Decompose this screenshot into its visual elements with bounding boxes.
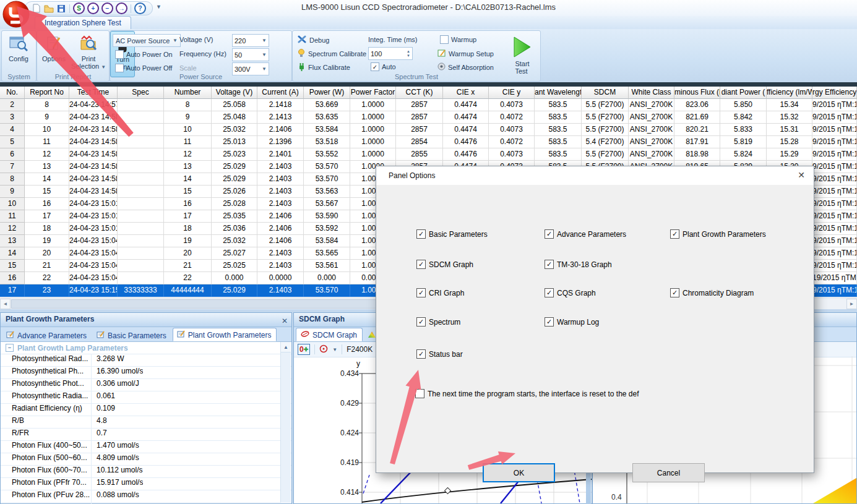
- vertical-scrollbar[interactable]: ▲: [280, 342, 291, 503]
- table-cell: 24-04-23 14:58:: [69, 161, 118, 173]
- bin-selector-value[interactable]: F2400K: [347, 345, 373, 354]
- tab-sdcm-graph[interactable]: SDCM Graph: [296, 328, 363, 341]
- ok-button[interactable]: OK: [483, 463, 555, 482]
- flux-calibrate-button[interactable]: Flux Calibrate: [298, 62, 350, 72]
- column-header-7[interactable]: Power (W): [304, 87, 350, 99]
- checkbox-cri-graph[interactable]: ✓CRI Graph: [416, 288, 464, 297]
- help-icon[interactable]: ?: [134, 2, 146, 14]
- parameter-row[interactable]: Photon Flux (PFfr 70...15.917 umol/s: [1, 478, 291, 490]
- add-marker-icon[interactable]: 0✚: [298, 344, 310, 355]
- parameter-row[interactable]: Photosynthetic Radia...0.061: [1, 391, 291, 404]
- parameter-row[interactable]: Photosynthetical Ph...16.390 umol/s: [1, 367, 291, 379]
- parameter-row[interactable]: Photon Flux (PFuv 28...0.088 umol/s: [1, 490, 291, 503]
- scroll-up-icon[interactable]: ▲: [281, 342, 291, 352]
- column-header-6[interactable]: Current (A): [257, 87, 304, 99]
- column-header-15[interactable]: minous Flux (l: [674, 87, 720, 99]
- record-first-icon[interactable]: S: [73, 2, 85, 14]
- warmup-setup-button[interactable]: Warmup Setup: [437, 49, 494, 58]
- parameter-row[interactable]: Photon Flux (500~60...4.809 umol/s: [1, 453, 291, 466]
- close-panel-icon[interactable]: ✕: [282, 315, 288, 328]
- frequency-combobox[interactable]: 50▼: [232, 48, 269, 61]
- parameter-row[interactable]: Photosynthetical Rad...3.268 W: [1, 354, 291, 367]
- auto-power-on-checkbox[interactable]: Auto Power On: [115, 50, 173, 59]
- print-selection-button[interactable]: PrintSelection ▼: [71, 32, 106, 70]
- table-row-3[interactable]: 3924-04-23 14:58:925.0482.141353.6351.00…: [0, 111, 857, 124]
- tab-advance-parameters[interactable]: Advance Parameters: [2, 329, 92, 341]
- table-row-4[interactable]: 41024-04-23 14:58:1025.0322.140653.5841.…: [0, 124, 857, 136]
- parameter-row[interactable]: R/B4.8: [1, 416, 291, 429]
- self-absorption-button[interactable]: Self Absorption: [437, 62, 494, 72]
- config-button[interactable]: Config: [4, 32, 33, 62]
- column-header-17[interactable]: fficiency (lm/W: [767, 87, 812, 99]
- parameter-row[interactable]: Photon Flux (600~70...10.112 umol/s: [1, 466, 291, 478]
- parameter-row[interactable]: R/FR0.7: [1, 429, 291, 441]
- column-header-3[interactable]: Spec: [118, 87, 164, 99]
- integ-time-spinner[interactable]: 100 ▲▼: [368, 47, 413, 60]
- scroll-right-icon[interactable]: ►: [846, 299, 857, 309]
- auto-power-off-checkbox[interactable]: Auto Power Off: [115, 64, 172, 72]
- checkbox-plant-growth-parameters[interactable]: ✓Plant Growth Parameters: [670, 229, 766, 239]
- ac-power-source-dropdown[interactable]: AC Power Source▼: [113, 34, 181, 47]
- record-next-icon[interactable]: →: [116, 2, 127, 14]
- column-header-4[interactable]: Number: [164, 87, 212, 99]
- tab-basic-parameters[interactable]: Basic Parameters: [93, 329, 171, 341]
- record-remove-icon[interactable]: −: [101, 2, 113, 14]
- chevron-down-icon[interactable]: ▼: [332, 347, 337, 352]
- column-header-1[interactable]: Report No: [25, 87, 69, 99]
- parameter-row[interactable]: Photon Flux (400~50...1.470 umol/s: [1, 441, 291, 453]
- checkbox-box: ✓: [545, 288, 554, 297]
- column-header-18[interactable]: rgy Efficiency: [812, 87, 857, 99]
- reset-interface-checkbox[interactable]: The next time the program starts, the in…: [415, 389, 639, 398]
- checkbox-chromaticity-diagram[interactable]: ✓Chromaticity Diagram: [670, 288, 754, 297]
- debug-button[interactable]: Debug: [298, 35, 329, 45]
- start-test-button[interactable]: StartTest: [507, 33, 538, 79]
- column-header-0[interactable]: No.: [0, 87, 25, 99]
- ellipse-select-icon[interactable]: [319, 344, 328, 355]
- quick-access-more-icon[interactable]: ▼: [156, 4, 161, 10]
- table-row-6[interactable]: 61224-04-23 14:58:1225.0232.140153.5521.…: [0, 148, 857, 161]
- checkbox-warmup-log[interactable]: ✓Warmup Log: [545, 317, 599, 327]
- parameter-value: 0.109: [92, 404, 115, 416]
- column-header-5[interactable]: Voltage (V): [212, 87, 257, 99]
- column-header-10[interactable]: CIE x: [443, 87, 489, 99]
- scroll-left-icon[interactable]: ◄: [0, 299, 11, 309]
- options-button[interactable]: Options: [38, 32, 69, 62]
- new-file-icon[interactable]: [32, 4, 41, 14]
- checkbox-tm-30-18-graph[interactable]: ✓TM-30-18 Graph: [545, 260, 612, 269]
- auto-checkbox[interactable]: ✓ Auto: [371, 62, 396, 71]
- table-row-2[interactable]: 2824-04-23 14:57:825.0582.141853.6691.00…: [0, 99, 857, 111]
- column-header-8[interactable]: Power Factor: [350, 87, 396, 99]
- cancel-button[interactable]: Cancel: [632, 463, 705, 482]
- voltage-combobox[interactable]: 220▼: [232, 34, 269, 47]
- parameter-group-header[interactable]: − Plant Growth Lamp Parameters: [1, 342, 291, 354]
- collapse-icon[interactable]: −: [6, 344, 14, 352]
- checkbox-spectrum[interactable]: ✓Spectrum: [416, 317, 460, 327]
- column-header-2[interactable]: Test Time: [69, 87, 118, 99]
- warmup-checkbox[interactable]: Warmup: [440, 35, 476, 44]
- save-icon[interactable]: [56, 4, 66, 14]
- spectrum-calibrate-button[interactable]: Spectrum Calibrate: [298, 49, 366, 59]
- checkbox-basic-parameters[interactable]: ✓Basic Parameters: [416, 229, 488, 239]
- column-header-9[interactable]: CCT (K): [396, 87, 443, 99]
- record-add-icon[interactable]: +: [87, 2, 99, 14]
- column-header-12[interactable]: ant Wavelengt: [535, 87, 582, 99]
- column-header-13[interactable]: SDCM: [582, 87, 629, 99]
- dialog-title-bar[interactable]: Panel Options ✕: [376, 166, 814, 185]
- checkbox-status-bar[interactable]: ✓Status bar: [416, 349, 463, 359]
- spinner-arrows-icon[interactable]: ▲▼: [407, 49, 410, 58]
- column-header-11[interactable]: CIE y: [489, 87, 535, 99]
- tab-plant-growth-parameters[interactable]: Plant Growth Parameters: [173, 328, 277, 341]
- tab-integration-sphere-test[interactable]: Integration Sphere Test: [35, 16, 131, 29]
- checkbox-advance-parameters[interactable]: ✓Advance Parameters: [545, 229, 626, 239]
- column-header-16[interactable]: diant Power (: [720, 87, 767, 99]
- parameter-row[interactable]: Photosynthetic Phot...0.306 umol/J: [1, 379, 291, 391]
- table-row-5[interactable]: 51124-04-23 14:58:1125.0132.139653.5181.…: [0, 136, 857, 148]
- app-logo-button[interactable]: [2, 1, 30, 28]
- column-header-14[interactable]: White Class: [629, 87, 674, 99]
- checkbox-cqs-graph[interactable]: ✓CQS Graph: [545, 288, 596, 297]
- table-cell: 12: [0, 223, 25, 235]
- close-icon[interactable]: ✕: [798, 171, 805, 179]
- checkbox-sdcm-graph[interactable]: ✓SDCM Graph: [416, 260, 473, 269]
- parameter-row[interactable]: Radiant Efficiency (η)0.109: [1, 404, 291, 416]
- open-file-icon[interactable]: [44, 4, 54, 14]
